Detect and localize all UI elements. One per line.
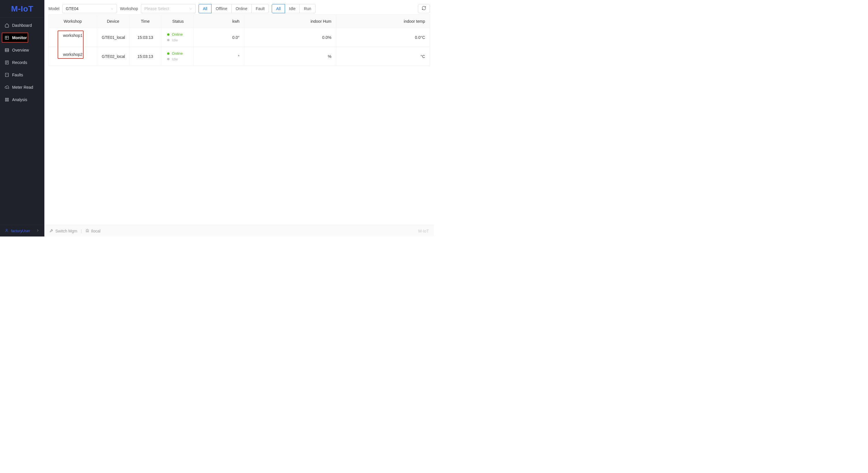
status-text: Online (172, 32, 183, 37)
col-device: Device (97, 15, 129, 28)
cell-time: 15:03:13 (129, 47, 161, 66)
svg-rect-5 (7, 98, 8, 99)
model-value: GTE04 (66, 6, 79, 11)
col-hum: indoor Hum (244, 15, 336, 28)
home-icon (5, 23, 9, 28)
sidebar-item-label: Faults (12, 72, 23, 77)
wrench-icon (50, 228, 54, 233)
svg-rect-1 (5, 49, 9, 52)
local-label: Ilocal (91, 229, 100, 233)
cell-time: 15:03:13 (129, 28, 161, 47)
user-icon (5, 228, 9, 233)
svg-rect-0 (5, 36, 9, 39)
status-line: Idle (167, 37, 189, 43)
status-dot-icon (167, 53, 169, 55)
state-filter-run[interactable]: Run (300, 4, 315, 13)
sidebar-item-label: Records (12, 60, 27, 65)
sidebar-item-label: Overview (12, 48, 29, 53)
refresh-icon (422, 6, 426, 11)
cell-hum: 0.0% (244, 28, 336, 47)
svg-rect-6 (5, 100, 7, 101)
status-line: Online (167, 51, 189, 57)
cell-kwh: ° (194, 47, 244, 66)
apps-icon (5, 97, 9, 102)
col-kwh: kwh (194, 15, 244, 28)
sidebar-user[interactable]: factoryUser (0, 225, 44, 236)
model-label: Model (49, 6, 59, 11)
sidebar-item-faults[interactable]: Faults (0, 69, 44, 81)
cell-device: GTE01_local (97, 28, 129, 47)
alert-icon (5, 72, 9, 77)
sidebar: M-IoT Dashboard Monitor Overview Rec (0, 0, 44, 236)
sidebar-item-meter-read[interactable]: Meter Read (0, 81, 44, 93)
cell-workshop: workshop1 (49, 28, 97, 47)
local-button[interactable]: Ilocal (85, 228, 100, 233)
state-filter-group: All Idle Run (272, 4, 315, 13)
cell-temp: 0.0°C (336, 28, 430, 47)
grid-icon (5, 48, 9, 53)
main: Model GTE04 Workshop Please Select All O… (44, 0, 434, 225)
status-line: Idle (167, 57, 189, 62)
state-filter-idle[interactable]: Idle (285, 4, 300, 13)
status-filter-all[interactable]: All (198, 4, 212, 13)
col-temp: indoor temp (336, 15, 430, 28)
status-line: Online (167, 32, 189, 37)
col-workshop: Workshop (49, 15, 97, 28)
status-filter-group: All Offline Online Fault (198, 4, 269, 13)
switch-mgm-label: Switch Mgm (55, 229, 77, 233)
status-filter-offline[interactable]: Offline (211, 4, 231, 13)
sidebar-item-monitor[interactable]: Monitor (0, 31, 44, 44)
list-icon (5, 60, 9, 65)
table-wrap: Workshop Device Time Status kwh indoor H… (44, 14, 434, 70)
sidebar-item-records[interactable]: Records (0, 56, 44, 69)
user-name: factoryUser (11, 229, 30, 233)
chevron-down-icon (111, 7, 114, 10)
status-text: Online (172, 51, 183, 57)
col-status: Status (161, 15, 194, 28)
svg-rect-7 (7, 100, 8, 101)
cell-hum: % (244, 47, 336, 66)
table-header-row: Workshop Device Time Status kwh indoor H… (49, 15, 430, 28)
cell-device: GTE02_local (97, 47, 129, 66)
sidebar-item-label: Meter Read (12, 85, 33, 90)
state-filter-all[interactable]: All (272, 4, 285, 13)
sidebar-item-analysis[interactable]: Analysis (0, 93, 44, 106)
refresh-button[interactable] (418, 4, 430, 13)
table-icon (5, 35, 9, 40)
logo-text: M-IoT (11, 4, 33, 13)
cell-kwh: 0.0° (194, 28, 244, 47)
status-filter-online[interactable]: Online (231, 4, 252, 13)
status-dot-icon (167, 58, 169, 60)
status-dot-icon (167, 39, 169, 41)
filter-bar: Model GTE04 Workshop Please Select All O… (44, 0, 434, 14)
cell-temp: °C (336, 47, 430, 66)
col-time: Time (129, 15, 161, 28)
cell-workshop: workshop2 (49, 47, 97, 66)
chevron-down-icon (189, 7, 192, 10)
table-row[interactable]: workshop1GTE01_local15:03:13OnlineIdle0.… (49, 28, 430, 47)
sidebar-item-overview[interactable]: Overview (0, 44, 44, 56)
separator: | (81, 229, 82, 233)
model-select[interactable]: GTE04 (62, 4, 117, 13)
status-bar: Switch Mgm | Ilocal M-IoT (44, 225, 434, 236)
status-text: Idle (172, 37, 178, 43)
logo: M-IoT (0, 0, 44, 18)
workshop-select[interactable]: Please Select (141, 4, 196, 13)
monitor-table: Workshop Device Time Status kwh indoor H… (49, 14, 430, 66)
brand-footer: M-IoT (418, 229, 429, 233)
sidebar-item-label: Monitor (12, 35, 27, 40)
switch-mgm-button[interactable]: Switch Mgm (50, 228, 77, 233)
status-filter-fault[interactable]: Fault (251, 4, 269, 13)
sidebar-item-label: Dashboard (12, 23, 32, 28)
building-icon (85, 228, 89, 233)
table-row[interactable]: workshop2GTE02_local15:03:13OnlineIdle°%… (49, 47, 430, 66)
cloud-download-icon (5, 85, 9, 90)
cell-status: OnlineIdle (161, 28, 194, 47)
cell-status: OnlineIdle (161, 47, 194, 66)
status-text: Idle (172, 57, 178, 62)
workshop-label: Workshop (120, 6, 138, 11)
sidebar-item-dashboard[interactable]: Dashboard (0, 19, 44, 31)
nav: Dashboard Monitor Overview Records Fa (0, 18, 44, 225)
svg-rect-4 (5, 98, 7, 99)
sidebar-item-label: Analysis (12, 97, 27, 102)
